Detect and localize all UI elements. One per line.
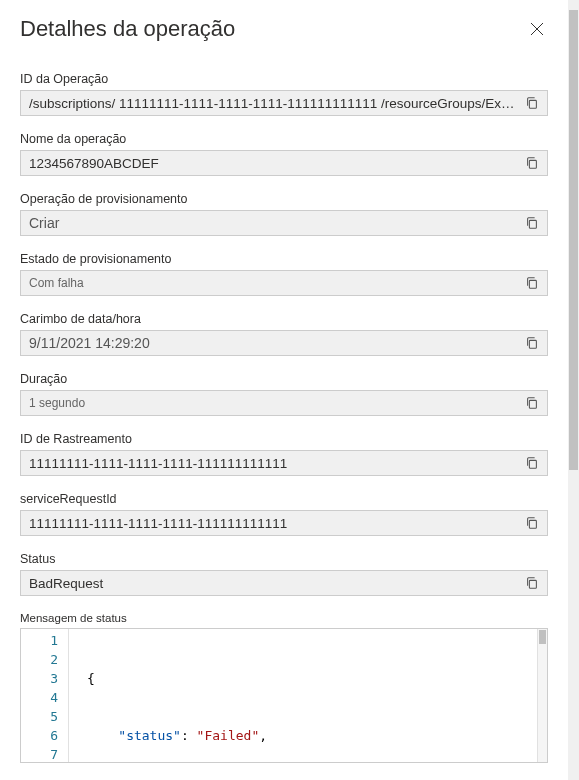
field-timestamp: Carimbo de data/hora 9/11/2021 14:29:20 [20, 312, 548, 356]
field-duration: Duração 1 segundo [20, 372, 548, 416]
svg-rect-6 [529, 340, 536, 348]
field-value-box: Com falha [20, 270, 548, 296]
field-value: 11111111-1111-1111-1111-111111111111 [29, 516, 517, 531]
copy-icon [525, 516, 539, 530]
svg-rect-3 [529, 160, 536, 168]
field-value: /subscriptions/ 11111111-1111-1111-1111-… [29, 96, 517, 111]
field-value: 9/11/2021 14:29:20 [29, 335, 517, 351]
line-number: 6 [21, 726, 58, 745]
panel-header: Detalhes da operação [20, 16, 548, 42]
field-label: Carimbo de data/hora [20, 312, 548, 326]
svg-rect-10 [529, 580, 536, 588]
field-label: Status [20, 552, 548, 566]
code-scrollbar-thumb[interactable] [539, 630, 546, 644]
field-value-box: 1 segundo [20, 390, 548, 416]
copy-icon [525, 576, 539, 590]
field-status-message: Mensagem de status 1 2 3 4 5 6 7 { "stat… [20, 612, 548, 763]
field-value: 1 segundo [29, 396, 517, 410]
field-label: ID da Operação [20, 72, 548, 86]
field-provisioning-operation: Operação de provisionamento Criar [20, 192, 548, 236]
field-value: 11111111-1111-1111-1111-111111111111 [29, 456, 517, 471]
field-tracking-id: ID de Rastreamento 11111111-1111-1111-11… [20, 432, 548, 476]
copy-icon [525, 456, 539, 470]
operation-details-panel: Detalhes da operação ID da Operação /sub… [0, 0, 568, 780]
field-label: ID de Rastreamento [20, 432, 548, 446]
copy-icon [525, 336, 539, 350]
field-label: serviceRequestId [20, 492, 548, 506]
copy-button[interactable] [523, 94, 541, 112]
svg-rect-7 [529, 400, 536, 408]
svg-rect-4 [529, 220, 536, 228]
copy-button[interactable] [523, 334, 541, 352]
line-number: 4 [21, 688, 58, 707]
copy-icon [525, 156, 539, 170]
field-value-box: BadRequest [20, 570, 548, 596]
code-content: { "status": "Failed", "error": { "code":… [69, 629, 537, 762]
copy-icon [525, 276, 539, 290]
field-label: Mensagem de status [20, 612, 548, 624]
field-value-box: /subscriptions/ 11111111-1111-1111-1111-… [20, 90, 548, 116]
line-number: 2 [21, 650, 58, 669]
svg-rect-9 [529, 520, 536, 528]
close-button[interactable] [526, 18, 548, 40]
field-value-box: 1234567890ABCDEF [20, 150, 548, 176]
svg-rect-8 [529, 460, 536, 468]
field-value-box: 9/11/2021 14:29:20 [20, 330, 548, 356]
close-icon [529, 21, 545, 37]
status-message-code[interactable]: 1 2 3 4 5 6 7 { "status": "Failed", "err… [20, 628, 548, 763]
line-number: 7 [21, 745, 58, 763]
field-provisioning-state: Estado de provisionamento Com falha [20, 252, 548, 296]
field-value-box: 11111111-1111-1111-1111-111111111111 [20, 510, 548, 536]
field-value-box: 11111111-1111-1111-1111-111111111111 [20, 450, 548, 476]
field-value-box: Criar [20, 210, 548, 236]
panel-title: Detalhes da operação [20, 16, 235, 42]
field-value: Criar [29, 215, 517, 231]
line-number: 1 [21, 631, 58, 650]
field-operation-name: Nome da operação 1234567890ABCDEF [20, 132, 548, 176]
field-value: Com falha [29, 276, 517, 290]
svg-rect-5 [529, 280, 536, 288]
line-number: 3 [21, 669, 58, 688]
panel-scrollbar[interactable] [568, 0, 579, 780]
copy-button[interactable] [523, 514, 541, 532]
code-gutter: 1 2 3 4 5 6 7 [21, 629, 69, 762]
field-service-request-id: serviceRequestId 11111111-1111-1111-1111… [20, 492, 548, 536]
copy-icon [525, 96, 539, 110]
code-scrollbar[interactable] [537, 629, 547, 762]
copy-button[interactable] [523, 154, 541, 172]
field-label: Estado de provisionamento [20, 252, 548, 266]
copy-button[interactable] [523, 574, 541, 592]
field-status: Status BadRequest [20, 552, 548, 596]
field-value: 1234567890ABCDEF [29, 156, 517, 171]
copy-button[interactable] [523, 394, 541, 412]
copy-button[interactable] [523, 274, 541, 292]
field-label: Duração [20, 372, 548, 386]
line-number: 5 [21, 707, 58, 726]
field-label: Nome da operação [20, 132, 548, 146]
copy-button[interactable] [523, 214, 541, 232]
panel-scrollbar-thumb[interactable] [569, 10, 578, 470]
field-operation-id: ID da Operação /subscriptions/ 11111111-… [20, 72, 548, 116]
field-label: Operação de provisionamento [20, 192, 548, 206]
copy-icon [525, 396, 539, 410]
svg-rect-2 [529, 100, 536, 108]
copy-button[interactable] [523, 454, 541, 472]
field-value: BadRequest [29, 576, 517, 591]
copy-icon [525, 216, 539, 230]
